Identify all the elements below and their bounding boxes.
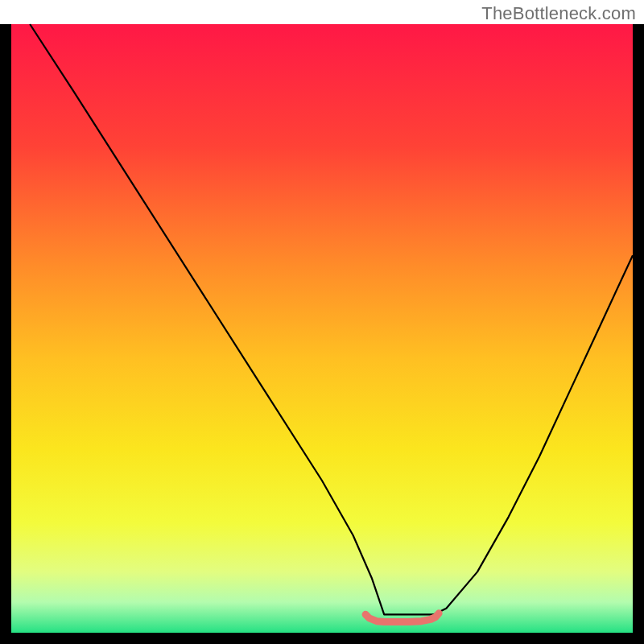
frame-bar <box>0 633 644 644</box>
watermark-text: TheBottleneck.com <box>481 3 636 24</box>
chart-svg <box>0 0 644 644</box>
chart-container: TheBottleneck.com <box>0 0 644 644</box>
frame-bar <box>633 24 644 644</box>
plot-background <box>11 24 633 633</box>
frame-bar <box>0 24 11 644</box>
